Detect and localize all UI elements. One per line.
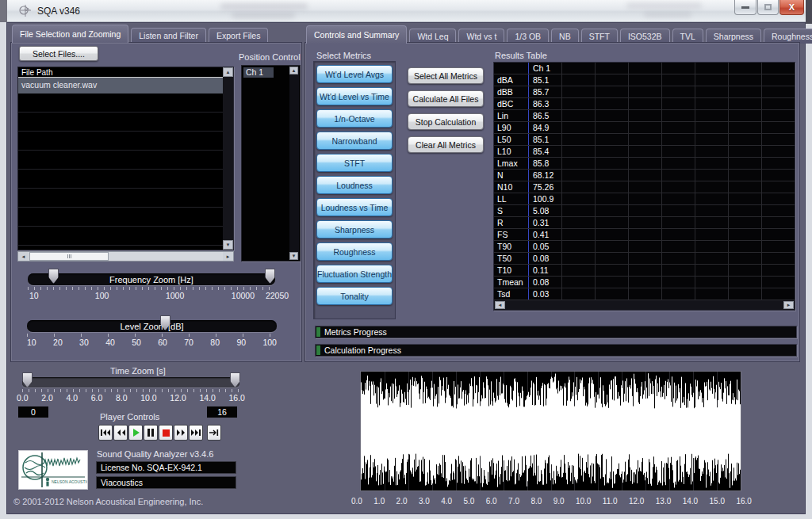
tick-label: 10000 (232, 291, 255, 300)
position-control-label: Position Control (239, 52, 301, 62)
tab[interactable]: Listen and Filter (131, 28, 206, 43)
close-button[interactable]: X (779, 0, 804, 15)
tab[interactable]: File Selection and Zooming (12, 25, 128, 43)
channel-item[interactable]: Ch 1 (243, 67, 274, 78)
action-button[interactable]: Clear All Metrics (408, 136, 484, 153)
scroll-down-icon[interactable]: ▼ (289, 252, 298, 260)
metric-name: FS (494, 229, 529, 240)
metric-value: 0.05 (529, 241, 562, 252)
scroll-left-icon[interactable]: ◄ (495, 301, 505, 309)
file-row[interactable]: vacuum cleaner.wav (18, 78, 233, 93)
maximize-button[interactable] (757, 0, 779, 15)
tab-label: ISO532B (628, 32, 662, 41)
tab-label: File Selection and Zooming (20, 29, 121, 39)
skip-to-start-button[interactable] (98, 425, 113, 441)
metric-name: L10 (494, 146, 529, 157)
pause-button[interactable] (144, 425, 158, 441)
window-title: SQA v346 (37, 6, 80, 17)
metric-value: 85.1 (529, 134, 562, 145)
results-row: T90 0.05 (494, 241, 795, 253)
metric-button[interactable]: Sharpness (316, 220, 393, 239)
metric-button[interactable]: Wt'd Level Avgs (316, 65, 393, 83)
level-zoom-slider[interactable]: Level Zoom [dB] (27, 320, 277, 332)
scrollbar-thumb[interactable] (29, 252, 109, 261)
player-controls (98, 425, 221, 441)
tick-label: 14.0 (199, 393, 215, 403)
metric-name: dBC (494, 98, 529, 109)
file-list[interactable]: File Path vacuum cleaner.wav ▲ ▼ (17, 67, 234, 250)
scroll-down-icon[interactable]: ▼ (223, 240, 233, 250)
scroll-right-icon[interactable]: ► (223, 252, 233, 261)
screen: SQA v346 X File Selection and ZoomingLis… (0, 0, 812, 519)
scroll-left-icon[interactable]: ◄ (18, 252, 29, 261)
scroll-up-icon[interactable]: ▲ (289, 67, 298, 74)
titlebar[interactable]: SQA v346 X (0, 0, 812, 22)
file-row-empty (18, 208, 233, 227)
time-end-value[interactable]: 16 (207, 406, 237, 418)
metric-button[interactable]: Tonality (316, 287, 393, 305)
results-table[interactable]: Ch 1 dBA 85.1 dBB 85.7 dBC 86.3 (493, 62, 795, 311)
fast-forward-button[interactable] (174, 425, 188, 441)
position-vscrollbar[interactable]: ▲ ▼ (289, 67, 299, 260)
metric-button[interactable]: Loudness vs Time (316, 198, 393, 216)
scroll-up-icon[interactable]: ▲ (223, 67, 233, 77)
fast-forward-icon (177, 429, 186, 437)
scroll-right-icon[interactable]: ► (783, 301, 794, 309)
logo-text: NELSON ACOUSTICS (52, 479, 87, 484)
skip-to-end-button[interactable] (189, 425, 203, 441)
play-button[interactable] (128, 425, 143, 441)
stop-button[interactable] (159, 425, 173, 441)
tick-label: 10 (29, 291, 39, 300)
axis-tick-label: 16.0 (736, 497, 751, 506)
metric-value: 0.31 (529, 217, 562, 228)
go-to-end-button[interactable] (207, 425, 221, 441)
metric-button[interactable]: Narrowband (316, 132, 393, 150)
results-row: LL 100.9 (494, 193, 795, 205)
file-list-vscrollbar[interactable]: ▲ ▼ (223, 67, 233, 250)
metric-value: 68.12 (529, 170, 562, 181)
results-row: L50 85.1 (494, 134, 795, 146)
time-zoom-slider[interactable] (22, 377, 239, 387)
frequency-zoom-slider[interactable]: Frequency Zoom [Hz] (28, 273, 275, 285)
select-files-button[interactable]: Select Files.... (19, 46, 98, 61)
file-row-empty (18, 93, 233, 113)
axis-tick-label: 5.0 (463, 497, 474, 506)
left-tab-bar: File Selection and ZoomingListen and Fil… (12, 25, 268, 43)
tab[interactable]: Controls and Summary (306, 25, 407, 44)
pause-icon (147, 429, 154, 437)
metric-button[interactable]: Wt'd Level vs Time (316, 87, 393, 105)
metric-button[interactable]: 1/n-Octave (316, 109, 393, 128)
position-control-list[interactable]: Ch 1 ▲ ▼ (241, 65, 301, 261)
file-row-empty (18, 113, 233, 132)
axis-tick-label: 6.0 (486, 497, 497, 506)
file-list-hscrollbar[interactable]: ◄ ► (17, 251, 234, 261)
license-field[interactable]: License No. SQA-EX-942.1 (96, 461, 236, 474)
tab[interactable]: Export Files (209, 28, 268, 43)
channel-column-header: Ch 1 (529, 63, 562, 74)
time-start-value[interactable]: 0 (18, 406, 48, 418)
metric-value: 85.4 (529, 146, 562, 157)
tick-label: 50 (132, 338, 141, 347)
action-button[interactable]: Select All Metrics (408, 67, 484, 84)
tick-label: 16.0 (228, 393, 244, 403)
metric-button[interactable]: Fluctuation Strength (316, 265, 393, 283)
tick-label: 30 (79, 338, 89, 347)
results-row: R 0.31 (494, 217, 795, 229)
action-button[interactable]: Calculate All Files (408, 90, 484, 107)
tab-label: NB (559, 32, 571, 41)
metric-name: N (494, 170, 529, 181)
metric-button[interactable]: Roughness (316, 242, 393, 261)
metric-name: Lmax (494, 158, 529, 169)
table-hscrollbar[interactable]: ◄ ► (494, 300, 795, 310)
metric-button[interactable]: Loudness (316, 176, 393, 194)
minimize-button[interactable] (734, 0, 756, 15)
action-button[interactable]: Stop Calculation (408, 113, 484, 130)
metric-name: S (494, 205, 529, 216)
metric-button[interactable]: STFT (316, 154, 393, 172)
rewind-button[interactable] (113, 425, 128, 441)
file-row-empty (18, 189, 233, 208)
file-selection-panel: Select Files.... File Path vacuum cleane… (10, 42, 302, 362)
company-field[interactable]: Viacoustics (96, 476, 236, 489)
desktop-edge (0, 0, 7, 22)
file-list-header: File Path (18, 67, 233, 78)
